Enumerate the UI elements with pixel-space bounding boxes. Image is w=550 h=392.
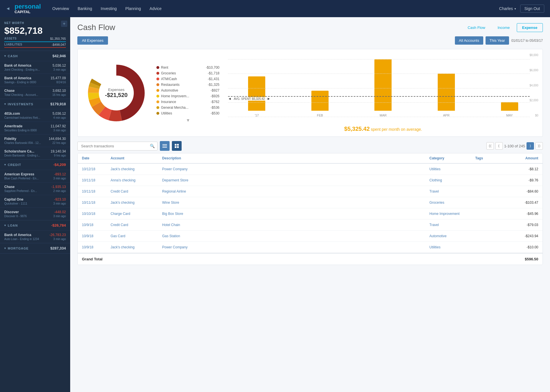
table-row: 10/11/18 Credit Card Regional Airline Tr… [78,186,543,197]
group-header-3[interactable]: LOAN -$26,784 [0,220,70,230]
liabilities-bar [4,47,66,48]
this-year-button[interactable]: This Year [486,36,509,45]
td-category[interactable]: Groceries [429,201,475,205]
td-category[interactable]: Travel [429,189,475,193]
tab-expense[interactable]: Expense [517,23,543,32]
avg-amount: $5,325.42 [344,126,370,132]
assets-row: ASSETS $1,350,765 [4,37,66,40]
account-time: 22 hrs ago [52,141,66,144]
tab-income[interactable]: Income [492,23,515,32]
td-account[interactable]: Jack's checking [111,245,162,249]
td-category[interactable]: Clothing [429,178,475,182]
search-icon: 🔍 [150,144,155,148]
prev-page-button[interactable]: ⟨ [495,142,503,150]
td-description[interactable]: Big Box Store [162,212,429,216]
nav-overview[interactable]: Overview [52,5,69,12]
tab-cashflow[interactable]: Cash Flow [462,23,490,32]
td-description[interactable]: Power Company [162,245,429,249]
nav-planning[interactable]: Planning [125,5,141,12]
list-item[interactable]: Capital One -923.10 Quicksilver - 1111 3… [0,195,70,207]
legend-name: Automotive [161,88,178,92]
group-header-1[interactable]: INVESTMENTS $179,918 [0,99,70,109]
td-account[interactable]: Credit Card [111,189,162,193]
nav-advice[interactable]: Advice [150,5,162,12]
account-balance: 11,047.92 [51,124,66,128]
search-input[interactable] [77,142,158,151]
td-description[interactable]: Regional Airline [162,189,429,193]
list-item[interactable]: Chase -1,935.13 Sapphire Preferred - En.… [0,182,70,195]
td-description[interactable]: Hotel Chain [162,223,429,227]
group-header-0[interactable]: CASH $42,946 [0,51,70,61]
account-name: Bank of America [4,64,31,68]
grid-view-button[interactable] [172,141,182,151]
list-item[interactable]: Bank of America 5,036.12 Joint Checking … [0,61,70,74]
account-sub: Auto Loan - Ending in 1234 [4,237,39,241]
account-group-credit: CREDIT -$4,209 American Express -893.12 … [0,160,70,220]
last-page-button[interactable]: ⟩⟩ [535,142,543,150]
all-expenses-button[interactable]: All Expenses [77,36,108,45]
col-amount: Amount [510,156,538,160]
list-item[interactable]: Ameritrade 11,047.92 Securities Ending i… [0,122,70,134]
list-item[interactable]: Fidelity 144,694.30 Charles Bartowski IR… [0,134,70,147]
td-description[interactable]: Wine Store [162,201,429,205]
td-category[interactable]: Utilities [429,167,475,171]
group-header-4[interactable]: MORTGAGE $287,334 [0,243,70,253]
account-time: 4 min ago [53,116,66,119]
td-account[interactable]: Credit Card [111,223,162,227]
td-category[interactable]: Utilities [429,245,475,249]
bar-xlabel: APR [443,114,450,117]
td-account[interactable]: Jack's checking [111,167,162,171]
legend-expand-icon[interactable]: ▾ [156,117,219,123]
list-view-button[interactable] [160,141,170,151]
list-item[interactable]: Scholarshare Ca... 19,140.34 Devin Barto… [0,147,70,159]
grand-total-row: Grand Total $596.50 [78,253,543,265]
list-item[interactable]: Bank of America 15,477.09 Savings - Endi… [0,74,70,86]
td-description[interactable]: Gas Station [162,234,429,238]
td-account[interactable]: Jack's checking [111,201,162,205]
first-page-button[interactable]: ⟨⟨ [486,142,494,150]
td-description[interactable]: Power Company [162,167,429,171]
td-category[interactable]: Home Improvement [429,212,475,216]
nav-banking[interactable]: Banking [78,5,92,12]
account-time: 3 min ago [53,129,66,132]
group-header-2[interactable]: CREDIT -$4,209 [0,160,70,170]
account-name: Ameritrade [4,124,22,128]
td-description[interactable]: Deparment Store [162,178,429,182]
list-item[interactable]: American Express -893.12 Blue Cash Prefe… [0,170,70,182]
td-account[interactable]: Anna's checking [111,178,162,182]
account-balance: 19,140.34 [51,149,66,153]
list-item[interactable]: Discover -448.02 Discover It - 9876 3 mi… [0,207,70,220]
bar-col: MAR [354,59,412,117]
account-sub: Devin Bartowski - Ending i... [4,154,40,157]
sign-out-button[interactable]: Sign Out [520,5,544,13]
bar-chart-footer: $5,325.42 spent per month on average. [228,124,538,132]
account-name: American Express [4,172,34,176]
add-account-button[interactable]: + [61,21,67,27]
bar-xlabel: '17 [255,114,259,117]
col-category: Category [429,156,475,160]
donut-label: Expenses [105,88,128,92]
list-item[interactable]: 401k.com 5,036.12 Carmichael Industries … [0,109,70,122]
back-icon[interactable]: ◄ [6,6,10,11]
td-account[interactable]: Gas Card [111,234,162,238]
td-category[interactable]: Travel [429,223,475,227]
table-row: 10/11/18 Anna's checking Deparment Store… [78,175,543,186]
list-item[interactable]: Bank of America -26,783.23 Auto Loan - E… [0,230,70,243]
next-page-button[interactable]: ⟩ [527,142,534,150]
list-item[interactable]: Chase 3,692.10 Total Checking - Account.… [0,86,70,99]
group-total-0: $42,946 [52,54,66,58]
group-label-4: MORTGAGE [4,247,29,250]
user-menu[interactable]: Charles [499,6,516,11]
nav-investing[interactable]: Investing [101,5,117,12]
legend-name: Insurance [161,100,176,104]
td-account[interactable]: Charge Card [111,212,162,216]
account-group-loan: LOAN -$26,784 Bank of America -26,783.23… [0,220,70,243]
td-category[interactable]: Automotive [429,234,475,238]
chart-legend: Rent -$10,700 Groceries -$1,718 ATM/Cash… [156,54,219,132]
all-accounts-button[interactable]: All Accounts [455,36,483,45]
search-area: 🔍 [77,141,182,151]
account-sub: Securities Ending in 0000 [4,129,37,132]
legend-value: -$536 [211,106,219,110]
td-date: 10/11/18 [82,201,111,205]
legend-dot [156,106,159,109]
